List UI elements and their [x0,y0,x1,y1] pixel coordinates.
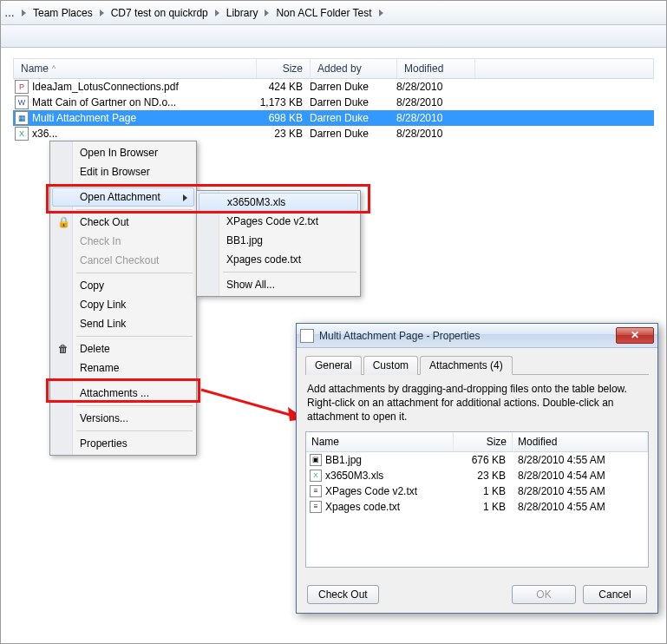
menu-attachments[interactable]: Attachments ... [52,384,194,403]
attachment-row[interactable]: Xx3650M3.xls 23 KB 8/28/2010 4:54 AM [306,468,648,483]
attachments-hint-text: Add attachments by dragging-and-dropping… [307,382,647,424]
menu-open-attachment[interactable]: Open Attachment [52,187,194,207]
menu-check-out[interactable]: 🔒Check Out [52,213,194,232]
attachment-row[interactable]: ≡Xpages code.txt 1 KB 8/28/2010 4:55 AM [306,499,648,515]
dialog-titlebar[interactable]: Multi Attachment Page - Properties ✕ [297,324,657,348]
menu-properties[interactable]: Properties [52,434,194,453]
attachments-table[interactable]: Name Size Modified ▣BB1.jpg 676 KB 8/28/… [305,431,649,568]
doc-icon: W [15,95,29,109]
col-added[interactable]: Added by [311,59,397,78]
attachment-row[interactable]: ▣BB1.jpg 676 KB 8/28/2010 4:55 AM [306,452,648,468]
crumb-folder[interactable]: Non ACL Folder Test [271,3,376,23]
lock-icon: 🔒 [56,215,70,229]
menu-cancel-checkout: Cancel Checkout [52,251,194,270]
txt-icon: ≡ [310,501,322,513]
cancel-button[interactable]: Cancel [583,585,647,604]
menu-edit-in-browser[interactable]: Edit in Browser [52,162,194,181]
svg-line-0 [201,390,293,416]
att-col-size[interactable]: Size [454,432,513,451]
menu-send-link[interactable]: Send Link [52,314,194,333]
dialog-title: Multi Attachment Page - Properties [319,330,616,342]
attachment-row[interactable]: ≡XPages Code v2.txt 1 KB 8/28/2010 4:55 … [306,483,648,499]
col-modified[interactable]: Modified [397,59,475,78]
checkout-button[interactable]: Check Out [307,585,379,604]
menu-copy[interactable]: Copy [52,276,194,295]
att-col-name[interactable]: Name [306,432,454,451]
attachments-header[interactable]: Name Size Modified [306,432,648,452]
tab-custom[interactable]: Custom [363,356,418,375]
submenu-item[interactable]: XPages Code v2.txt [199,212,358,231]
crumb-cd7[interactable]: CD7 test on quickrdp [106,3,213,23]
tab-attachments[interactable]: Attachments (4) [420,356,513,375]
toolbar-empty [1,25,666,48]
submenu-show-all[interactable]: Show All... [199,275,358,294]
properties-dialog: Multi Attachment Page - Properties ✕ Gen… [296,323,658,614]
menu-versions[interactable]: Versions... [52,409,194,428]
image-icon: ▣ [310,454,322,466]
col-name[interactable]: Name [21,62,49,75]
col-size[interactable]: Size [257,59,311,78]
ok-button: OK [512,585,576,604]
context-menu: Open In Browser Edit in Browser Open Att… [49,141,197,456]
file-row[interactable]: WMatt Cain of Gartner on ND.o... 1,173 K… [13,95,654,110]
tab-general[interactable]: General [305,356,362,375]
file-row[interactable]: Xx36... 23 KB Darren Duke 8/28/2010 [13,126,654,141]
dialog-icon [300,329,314,343]
close-button[interactable]: ✕ [616,327,654,344]
sort-asc-icon: ^ [52,64,56,73]
txt-icon: ≡ [310,485,322,497]
submenu-item[interactable]: x3650M3.xls [199,193,358,212]
xls-icon: X [15,127,29,141]
crumb-team-places[interactable]: Team Places [28,3,98,23]
submenu-item[interactable]: BB1.jpg [199,231,358,250]
att-col-modified[interactable]: Modified [513,432,648,451]
menu-delete[interactable]: 🗑Delete [52,339,194,358]
file-columns-header[interactable]: Name^ Size Added by Modified [13,58,654,79]
breadcrumb-bar: … Team Places CD7 test on quickrdp Libra… [1,1,666,25]
xls-icon: X [310,470,322,482]
menu-check-in: Check In [52,232,194,251]
open-attachment-submenu: x3650M3.xls XPages Code v2.txt BB1.jpg X… [196,190,361,297]
tab-strip: General Custom Attachments (4) [305,355,649,375]
crumb-library[interactable]: Library [221,3,264,23]
menu-rename[interactable]: Rename [52,358,194,378]
file-row[interactable]: PIdeaJam_LotusConnections.pdf 424 KB Dar… [13,79,654,95]
menu-copy-link[interactable]: Copy Link [52,295,194,314]
submenu-item[interactable]: Xpages code.txt [199,250,358,269]
file-row-selected[interactable]: ▦Multi Attachment Page 698 KB Darren Duk… [13,110,654,126]
pdf-icon: P [15,80,29,94]
submenu-arrow-icon [183,194,187,201]
page-icon: ▦ [15,111,29,125]
trash-icon: 🗑 [56,342,70,356]
menu-open-in-browser[interactable]: Open In Browser [52,143,194,162]
annotation-arrow [198,383,311,426]
